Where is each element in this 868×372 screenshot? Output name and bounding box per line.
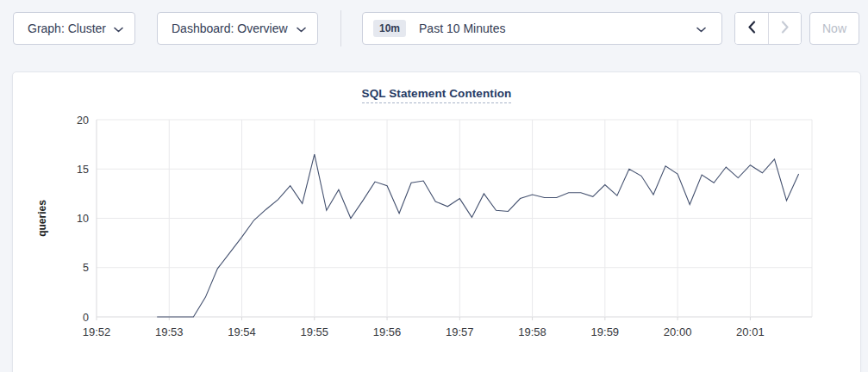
time-window-badge: 10m: [373, 20, 406, 37]
chevron-right-icon: [781, 21, 790, 36]
svg-text:20:00: 20:00: [664, 326, 692, 338]
svg-text:20:01: 20:01: [736, 326, 765, 338]
y-axis-title: queries: [36, 200, 48, 237]
graph-dropdown-label: Graph: Cluster: [28, 22, 106, 35]
page: { "header": { "graph_dropdown": { "label…: [0, 0, 868, 372]
svg-text:20: 20: [77, 115, 89, 127]
chart-gridlines: [97, 120, 812, 320]
dashboard-dropdown-label: Dashboard: Overview: [172, 22, 288, 35]
svg-text:19:54: 19:54: [228, 326, 256, 338]
now-button-label: Now: [822, 22, 846, 35]
svg-text:19:55: 19:55: [301, 326, 329, 338]
chart-axis-labels: 0510152019:5219:5319:5419:5519:5619:5719…: [36, 115, 765, 339]
svg-text:5: 5: [83, 262, 89, 274]
chevron-down-icon: [114, 22, 123, 35]
chart-title: SQL Statement Contention: [362, 87, 512, 103]
chevron-left-icon: [747, 21, 756, 36]
svg-text:10: 10: [77, 213, 89, 225]
toolbar-divider: [340, 10, 341, 46]
chart-title-wrap: SQL Statement Contention: [13, 85, 860, 101]
prev-time-button[interactable]: [735, 13, 768, 44]
chart-panel: SQL Statement Contention 0510152019:5219…: [12, 71, 861, 372]
svg-text:15: 15: [77, 164, 89, 176]
svg-text:19:56: 19:56: [373, 326, 402, 338]
time-step-button-group: [734, 12, 802, 45]
chart-line-series: [157, 154, 798, 317]
chevron-down-icon: [696, 22, 706, 35]
dashboard-dropdown[interactable]: Dashboard: Overview: [157, 12, 318, 45]
time-window-dropdown[interactable]: 10m Past 10 Minutes: [362, 12, 722, 45]
svg-text:19:59: 19:59: [591, 326, 620, 338]
next-time-button[interactable]: [768, 13, 801, 44]
svg-text:19:57: 19:57: [446, 326, 474, 338]
time-window-label: Past 10 Minutes: [419, 22, 505, 35]
contention-chart[interactable]: 0510152019:5219:5319:5419:5519:5619:5719…: [13, 72, 860, 365]
now-button[interactable]: Now: [809, 12, 859, 45]
svg-text:0: 0: [83, 312, 89, 324]
chevron-down-icon: [297, 22, 306, 35]
svg-text:19:58: 19:58: [518, 326, 546, 338]
graph-dropdown[interactable]: Graph: Cluster: [13, 12, 135, 45]
svg-text:19:53: 19:53: [155, 326, 184, 338]
svg-text:19:52: 19:52: [83, 326, 111, 338]
